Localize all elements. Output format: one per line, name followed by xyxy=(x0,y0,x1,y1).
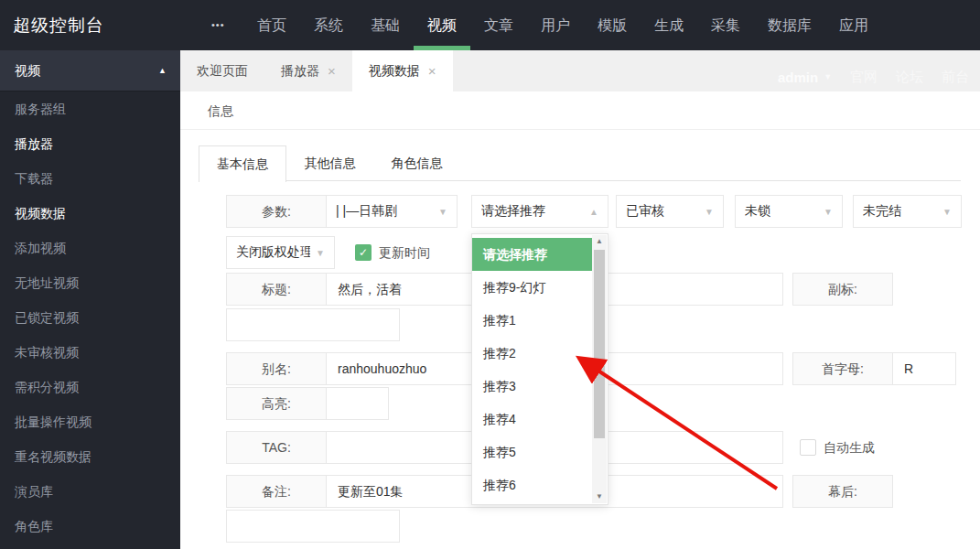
link-frontend[interactable]: 前台 xyxy=(942,69,969,86)
dropdown-option-1[interactable]: 推荐1 xyxy=(472,304,592,337)
tab-player[interactable]: 播放器 × xyxy=(264,50,352,92)
behind-label: 幕后: xyxy=(792,475,893,508)
alias-label: 别名: xyxy=(226,352,327,385)
caret-down-icon: ▼ xyxy=(824,72,832,81)
username: admin xyxy=(778,70,818,85)
tab-welcome[interactable]: 欢迎页面 xyxy=(180,50,264,92)
dropdown-option-4[interactable]: 推荐4 xyxy=(472,403,592,436)
nav-item-system[interactable]: 系统 xyxy=(300,0,357,50)
subtitle-label: 副标: xyxy=(792,273,893,306)
sidebar-item-actor-library[interactable]: 演员库 xyxy=(0,474,180,509)
copyright-select[interactable]: 关闭版权处理 ▼ xyxy=(226,236,335,269)
sidebar-item-batch-video[interactable]: 批量操作视频 xyxy=(0,404,180,439)
nav-item-video-label: 视频 xyxy=(427,17,457,33)
recommend-dropdown-panel: 请选择推荐 推荐9-幻灯 推荐1 推荐2 推荐3 推荐4 推荐5 推荐6 ▲ ▼ xyxy=(471,233,608,505)
link-forum[interactable]: 论坛 xyxy=(896,69,923,86)
update-time-checkbox[interactable]: ✓ xyxy=(355,244,372,261)
dropdown-option-6[interactable]: 推荐6 xyxy=(472,468,592,501)
tab-welcome-label: 欢迎页面 xyxy=(197,63,248,80)
sidebar-item-locked-video[interactable]: 已锁定视频 xyxy=(0,300,180,335)
sidebar-item-downloader[interactable]: 下载器 xyxy=(0,161,180,196)
nav-item-template[interactable]: 模版 xyxy=(584,0,641,50)
check-icon: ✓ xyxy=(359,246,368,259)
tab-other-info[interactable]: 其他信息 xyxy=(286,145,373,181)
caret-down-icon: ▼ xyxy=(316,248,325,258)
link-official-site[interactable]: 官网 xyxy=(850,69,878,86)
nav-item-app[interactable]: 应用 xyxy=(825,0,882,50)
app-title: 超级控制台 xyxy=(13,0,104,50)
collapse-up-icon[interactable]: ▲ xyxy=(158,50,167,92)
close-icon[interactable]: × xyxy=(328,63,336,79)
autogen-checkbox[interactable] xyxy=(800,439,816,456)
sidebar-item-video-data[interactable]: 视频数据 xyxy=(0,196,180,231)
sidebar-group-video[interactable]: 视频 ▲ xyxy=(0,50,180,92)
nav-item-database[interactable]: 数据库 xyxy=(754,0,825,50)
lock-select-value: 未锁 xyxy=(745,203,770,220)
top-nav: 首页 系统 基础 视频 文章 用户 模版 生成 采集 数据库 应用 xyxy=(243,0,882,50)
finish-select-value: 未完结 xyxy=(863,203,901,220)
scrollbar-thumb[interactable] xyxy=(594,250,605,438)
recommend-select[interactable]: 请选择推荐 ▲ xyxy=(471,195,608,228)
dropdown-option-9[interactable]: 推荐9-幻灯 xyxy=(472,271,592,304)
autogen-label: 自动生成 xyxy=(824,431,875,464)
top-header: 超级控制台 ••• 首页 系统 基础 视频 文章 用户 模版 生成 采集 数据库… xyxy=(0,0,980,50)
user-menu[interactable]: admin ▼ xyxy=(778,70,832,85)
tab-video-data[interactable]: 视频数据 × xyxy=(352,50,453,92)
nav-item-generate[interactable]: 生成 xyxy=(641,0,697,50)
caret-down-icon: ▼ xyxy=(705,207,714,217)
title-label: 标题: xyxy=(226,273,327,306)
sidebar-item-no-address-video[interactable]: 无地址视频 xyxy=(0,265,180,300)
caret-down-icon: ▼ xyxy=(824,207,833,217)
nav-item-basic[interactable]: 基础 xyxy=(357,0,414,50)
close-icon[interactable]: × xyxy=(428,63,436,79)
highlight-label: 高亮: xyxy=(226,387,327,420)
finish-select[interactable]: 未完结 ▼ xyxy=(853,195,962,228)
initial-input[interactable]: R xyxy=(892,352,956,385)
sidebar-item-role-library[interactable]: 角色库 xyxy=(0,509,180,544)
sidebar-item-player[interactable]: 播放器 xyxy=(0,126,180,161)
breadcrumb-bar: 信息 xyxy=(180,92,980,130)
dropdown-option-2[interactable]: 推荐2 xyxy=(472,337,592,370)
dropdown-option-placeholder[interactable]: 请选择推荐 xyxy=(472,238,592,271)
recommend-select-value: 请选择推荐 xyxy=(481,203,545,220)
copyright-select-value: 关闭版权处理 xyxy=(236,244,310,261)
nav-item-video[interactable]: 视频 xyxy=(414,0,470,50)
caret-down-icon: ▼ xyxy=(942,207,952,217)
sidebar-item-server-group[interactable]: 服务器组 xyxy=(0,92,180,126)
more-menu-icon[interactable]: ••• xyxy=(211,0,225,50)
dropdown-option-5[interactable]: 推荐5 xyxy=(472,436,592,468)
tab-role-info[interactable]: 角色信息 xyxy=(373,145,460,181)
sidebar-item-add-video[interactable]: 添加视频 xyxy=(0,231,180,265)
tab-player-label: 播放器 xyxy=(281,63,319,80)
audit-select-value: 已审核 xyxy=(626,203,664,220)
title-extra-input[interactable] xyxy=(226,308,400,341)
param-select[interactable]: | |—日韩剧 ▼ xyxy=(326,195,458,228)
breadcrumb: 信息 xyxy=(208,103,233,118)
tag-label: TAG: xyxy=(226,431,327,464)
note-extra-input[interactable] xyxy=(226,510,400,543)
caret-up-icon: ▲ xyxy=(589,207,598,217)
nav-item-home[interactable]: 首页 xyxy=(243,0,300,50)
dropdown-scrollbar[interactable]: ▲ ▼ xyxy=(592,235,607,503)
sidebar-item-points-video[interactable]: 需积分视频 xyxy=(0,370,180,404)
nav-item-user[interactable]: 用户 xyxy=(527,0,584,50)
sidebar-item-duplicate-video[interactable]: 重名视频数据 xyxy=(0,439,180,474)
initial-label: 首字母: xyxy=(792,352,893,385)
tab-video-data-label: 视频数据 xyxy=(369,63,420,80)
scroll-up-icon[interactable]: ▲ xyxy=(592,235,607,248)
dropdown-option-3[interactable]: 推荐3 xyxy=(472,370,592,403)
update-time-label: 更新时间 xyxy=(379,236,430,269)
note-label: 备注: xyxy=(226,475,327,508)
sidebar-item-unaudited-video[interactable]: 未审核视频 xyxy=(0,335,180,370)
nav-item-article[interactable]: 文章 xyxy=(470,0,527,50)
sidebar: 视频 ▲ 服务器组 播放器 下载器 视频数据 添加视频 无地址视频 已锁定视频 … xyxy=(0,50,180,549)
page: 超级控制台 ••• 首页 系统 基础 视频 文章 用户 模版 生成 采集 数据库… xyxy=(0,0,980,549)
highlight-input[interactable] xyxy=(326,387,389,420)
lock-select[interactable]: 未锁 ▼ xyxy=(735,195,843,228)
audit-select[interactable]: 已审核 ▼ xyxy=(616,195,724,228)
nav-item-collect[interactable]: 采集 xyxy=(697,0,754,50)
tab-basic-info[interactable]: 基本信息 xyxy=(199,145,286,182)
scroll-down-icon[interactable]: ▼ xyxy=(592,490,607,503)
user-links: admin ▼ 官网 论坛 前台 xyxy=(778,63,969,91)
param-label: 参数: xyxy=(226,195,327,228)
